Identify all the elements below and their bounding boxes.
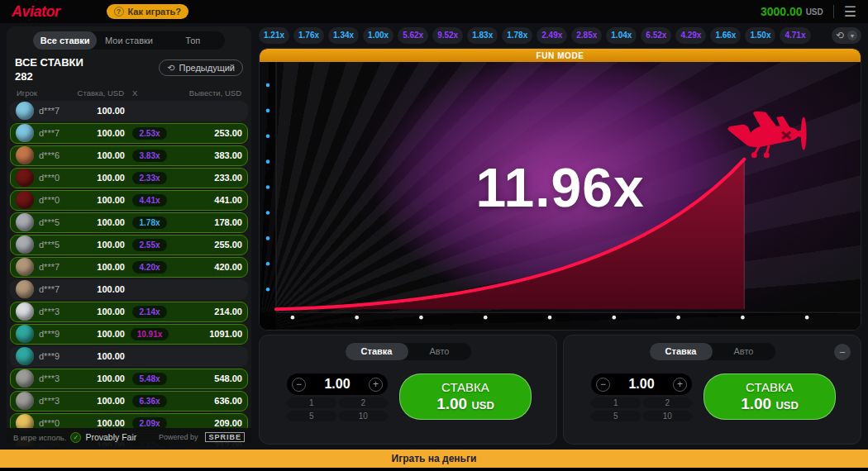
history-multiplier-chip[interactable]: 1.83x xyxy=(467,27,498,44)
play-for-money-button[interactable]: Играть на деньги xyxy=(0,450,868,468)
clock-history-icon: ⟲ xyxy=(167,63,174,74)
footer-prefix: В игре исполь. xyxy=(13,433,66,442)
quick-bet-10[interactable]: 10 xyxy=(643,411,693,421)
how-to-play-label: Как играть? xyxy=(128,7,182,17)
bet-amount: 100.00 xyxy=(72,307,125,316)
history-multiplier-chip[interactable]: 1.34x xyxy=(328,27,359,44)
bet-amount: 100.00 xyxy=(72,351,125,361)
x-axis-dot xyxy=(548,316,552,320)
quick-bet-10[interactable]: 10 xyxy=(339,411,389,421)
bet-panel-2: − Ставка Авто − 1.00 + 1 2 5 10 СТАВКА 1… xyxy=(563,335,861,445)
sidebar-footer: В игре исполь. ✓ Provably Fair Powered b… xyxy=(7,428,251,446)
tab-my-bets[interactable]: Мои ставки xyxy=(97,31,160,50)
bet-row: d***3 100.00 5.48x 548.00 xyxy=(10,369,248,389)
bet-amount: 100.00 xyxy=(72,217,125,227)
spribe-logo[interactable]: SPRIBE xyxy=(205,432,245,442)
payout-amount: 420.00 xyxy=(174,262,242,272)
increase-amount-button[interactable]: + xyxy=(369,378,383,392)
bet-amount: 100.00 xyxy=(72,329,125,339)
player-name: d***5 xyxy=(39,217,69,227)
history-multiplier-chip[interactable]: 6.52x xyxy=(641,27,671,44)
history-multiplier-chip[interactable]: 2.85x xyxy=(571,27,602,44)
balance-value: 3000.00 xyxy=(761,5,803,18)
current-multiplier: 11.96x xyxy=(475,156,644,219)
bottom-strip xyxy=(0,468,868,471)
bet-amount: 100.00 xyxy=(72,240,125,250)
bet-amount-value[interactable]: 1.00 xyxy=(628,377,654,392)
quick-bet-5[interactable]: 5 xyxy=(591,411,641,421)
bets-count: 282 xyxy=(15,70,83,84)
history-multiplier-chip[interactable]: 5.62x xyxy=(398,27,428,44)
decrease-amount-button[interactable]: − xyxy=(292,378,306,392)
history-multiplier-chip[interactable]: 1.50x xyxy=(745,27,775,44)
bet-amount: 100.00 xyxy=(72,195,125,205)
tab-top[interactable]: Топ xyxy=(161,31,225,50)
place-bet-button[interactable]: СТАВКА 1.00 USD xyxy=(703,373,836,420)
player-avatar xyxy=(16,213,34,231)
player-name: d***7 xyxy=(39,284,69,294)
quick-bet-1[interactable]: 1 xyxy=(591,397,641,408)
history-multiplier-chip[interactable]: 1.76x xyxy=(293,27,324,44)
x-axis-dot xyxy=(741,316,745,320)
y-axis-dot xyxy=(266,109,270,113)
history-multiplier-chip[interactable]: 1.00x xyxy=(363,27,393,44)
auto-tab[interactable]: Авто xyxy=(408,343,471,360)
payout-amount: 209.00 xyxy=(174,418,242,428)
history-dropdown-button[interactable]: ⟲ ▼ xyxy=(832,27,861,44)
bet-amount: 100.00 xyxy=(72,173,125,183)
how-to-play-button[interactable]: ? Как играть? xyxy=(107,4,189,19)
multiplier-badge: 4.41x xyxy=(132,194,166,207)
player-avatar xyxy=(16,236,34,254)
chevron-down-icon: ▼ xyxy=(847,31,857,40)
payout-amount: 255.00 xyxy=(174,240,242,250)
bet-amount: 100.00 xyxy=(72,150,125,160)
bet-button-currency: USD xyxy=(775,399,798,412)
payout-amount: 178.00 xyxy=(174,217,242,227)
player-name: d***0 xyxy=(39,418,69,428)
bet-amount: 100.00 xyxy=(72,284,125,294)
place-bet-button[interactable]: СТАВКА 1.00 USD xyxy=(399,373,532,420)
bet-tab[interactable]: Ставка xyxy=(650,343,713,360)
history-multiplier-chip[interactable]: 4.71x xyxy=(780,27,810,44)
y-axis-dot xyxy=(266,288,270,292)
quick-bet-2[interactable]: 2 xyxy=(339,397,389,408)
increase-amount-button[interactable]: + xyxy=(673,378,687,392)
game-canvas: 11.96x xyxy=(260,62,861,330)
bet-tab[interactable]: Ставка xyxy=(346,343,408,360)
history-multiplier-chip[interactable]: 1.21x xyxy=(259,27,289,44)
multiplier-badge: 2.33x xyxy=(132,172,166,184)
quick-bet-5[interactable]: 5 xyxy=(287,411,336,421)
bets-list: d***7 100.00 d***7 100.00 2.53x 253.00 d… xyxy=(7,101,251,446)
multiplier-badge: 2.14x xyxy=(132,306,166,318)
multiplier-badge: 2.53x xyxy=(132,127,166,140)
collapse-panel-button[interactable]: − xyxy=(834,344,851,360)
history-multiplier-chip[interactable]: 1.78x xyxy=(502,27,532,44)
multiplier-badge: 3.83x xyxy=(132,150,166,162)
x-axis-dot xyxy=(355,316,359,320)
history-multiplier-chip[interactable]: 2.49x xyxy=(537,27,567,44)
payout-amount: 214.00 xyxy=(174,307,242,316)
decrease-amount-button[interactable]: − xyxy=(596,378,610,392)
previous-round-button[interactable]: ⟲ Предыдущий xyxy=(159,59,243,76)
bet-amount-value[interactable]: 1.00 xyxy=(324,377,350,392)
multiplier-badge: 1.78x xyxy=(132,216,166,229)
game-canvas-panel: FUN MODE xyxy=(259,48,861,331)
tab-all-bets[interactable]: Все ставки xyxy=(33,31,97,50)
quick-bet-2[interactable]: 2 xyxy=(643,397,693,408)
player-name: d***5 xyxy=(39,240,69,250)
bet-row: d***7 100.00 xyxy=(10,279,248,300)
history-multiplier-chip[interactable]: 9.52x xyxy=(432,27,463,44)
bet-amount: 100.00 xyxy=(72,396,125,406)
history-multiplier-chip[interactable]: 4.29x xyxy=(675,27,706,44)
player-avatar xyxy=(16,191,34,209)
history-multiplier-chip[interactable]: 1.66x xyxy=(710,27,741,44)
player-avatar xyxy=(16,392,34,410)
aviator-logo: Aviator xyxy=(12,3,60,21)
quick-bet-1[interactable]: 1 xyxy=(287,397,336,408)
provably-fair-link[interactable]: Provably Fair xyxy=(85,432,136,442)
auto-tab[interactable]: Авто xyxy=(713,343,775,360)
menu-icon[interactable]: ☰ xyxy=(844,5,856,19)
bet-panel-1: Ставка Авто − 1.00 + 1 2 5 10 СТАВКА 1.0… xyxy=(259,335,557,445)
player-name: d***3 xyxy=(39,373,69,383)
history-multiplier-chip[interactable]: 1.04x xyxy=(606,27,637,44)
